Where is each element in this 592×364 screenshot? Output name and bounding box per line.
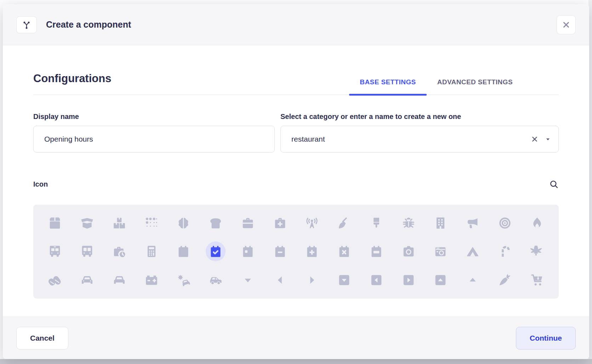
icon-car-crash[interactable] xyxy=(173,270,193,290)
modal-footer: Cancel Continue xyxy=(3,317,589,359)
bug-icon xyxy=(402,216,415,230)
icon-bullhorn[interactable] xyxy=(463,213,483,233)
bus-alt-icon xyxy=(80,245,94,258)
icon-calendar-plus[interactable] xyxy=(302,241,322,261)
icon-caret-down[interactable] xyxy=(238,270,258,290)
brush-icon xyxy=(370,216,383,230)
icon-car-battery[interactable] xyxy=(142,270,161,290)
icon-calendar-times[interactable] xyxy=(334,241,354,261)
icon-campground[interactable] xyxy=(463,241,483,261)
settings-tabs: BASE SETTINGS ADVANCED SETTINGS xyxy=(349,78,523,95)
car-crash-icon xyxy=(177,273,190,287)
icon-brain[interactable] xyxy=(173,213,193,233)
boxes-icon xyxy=(113,216,126,230)
box-open-icon xyxy=(80,216,94,230)
cancel-button[interactable]: Cancel xyxy=(16,327,68,349)
icon-briefcase[interactable] xyxy=(238,213,258,233)
briefcase-icon xyxy=(241,216,255,230)
icon-caret-square-right[interactable] xyxy=(399,270,419,290)
cannabis-icon xyxy=(530,245,544,258)
icon-calendar[interactable] xyxy=(173,241,193,261)
car-battery-icon xyxy=(145,273,158,287)
tab-advanced-settings[interactable]: ADVANCED SETTINGS xyxy=(427,78,523,95)
cart-arrow-down-icon xyxy=(530,273,544,287)
icon-picker-section: Icon xyxy=(33,180,559,298)
category-combobox-input[interactable] xyxy=(280,126,559,153)
caret-up-icon xyxy=(466,273,479,287)
continue-button[interactable]: Continue xyxy=(516,327,576,349)
icon-calendar-minus[interactable] xyxy=(270,241,290,261)
bus-icon xyxy=(48,245,62,258)
icon-brush[interactable] xyxy=(366,213,386,233)
icon-carrot[interactable] xyxy=(495,270,515,290)
tab-base-settings[interactable]: BASE SETTINGS xyxy=(349,78,426,95)
caret-left-icon xyxy=(273,273,287,287)
caret-down-icon[interactable] xyxy=(545,136,551,142)
close-icon xyxy=(561,20,571,30)
icon-grid xyxy=(33,205,559,298)
camera-icon xyxy=(402,245,415,258)
braille-icon xyxy=(145,216,158,230)
icon-calendar-check[interactable] xyxy=(206,241,226,261)
icon-boxes[interactable] xyxy=(109,213,129,233)
capsules-icon xyxy=(48,273,62,287)
calculator-icon xyxy=(145,245,158,258)
icon-business-time[interactable] xyxy=(109,241,129,261)
calendar-check-icon xyxy=(209,245,222,258)
display-name-field: Display name xyxy=(33,113,275,153)
candy-cane-icon xyxy=(498,245,512,258)
icon-cart-arrow-down[interactable] xyxy=(527,270,547,290)
icon-caret-square-up[interactable] xyxy=(431,270,450,290)
icon-bus[interactable] xyxy=(45,241,65,261)
broadcast-tower-icon xyxy=(305,216,319,230)
icon-car-alt[interactable] xyxy=(109,270,129,290)
icon-caret-up[interactable] xyxy=(463,270,483,290)
icon-car-side[interactable] xyxy=(206,270,226,290)
clear-x-icon[interactable] xyxy=(530,135,539,144)
icon-box-open[interactable] xyxy=(77,213,97,233)
close-button[interactable] xyxy=(557,15,576,34)
icon-car[interactable] xyxy=(77,270,97,290)
caret-square-left-icon xyxy=(370,273,383,287)
caret-right-icon xyxy=(305,273,319,287)
bread-slice-icon xyxy=(209,216,222,230)
display-name-input[interactable] xyxy=(33,126,275,153)
icon-bug[interactable] xyxy=(399,213,419,233)
search-icon[interactable] xyxy=(549,180,559,189)
car-icon xyxy=(80,273,94,287)
icon-caret-square-left[interactable] xyxy=(366,270,386,290)
icon-caret-left[interactable] xyxy=(270,270,290,290)
icon-burn[interactable] xyxy=(527,213,547,233)
bullseye-icon xyxy=(498,216,512,230)
component-share-icon xyxy=(16,16,37,33)
icon-caret-square-down[interactable] xyxy=(334,270,354,290)
icon-calendar-week[interactable] xyxy=(366,241,386,261)
icon-box[interactable] xyxy=(45,213,65,233)
icon-candy-cane[interactable] xyxy=(495,241,515,261)
icon-bus-alt[interactable] xyxy=(77,241,97,261)
icon-broadcast-tower[interactable] xyxy=(302,213,322,233)
icon-building[interactable] xyxy=(431,213,450,233)
icon-braille[interactable] xyxy=(142,213,161,233)
icon-capsules[interactable] xyxy=(45,270,65,290)
icon-bullseye[interactable] xyxy=(495,213,515,233)
box-icon xyxy=(48,216,62,230)
icon-label-row: Icon xyxy=(33,180,559,189)
caret-square-down-icon xyxy=(337,273,351,287)
icon-calendar-day[interactable] xyxy=(238,241,258,261)
calendar-icon xyxy=(177,245,190,258)
briefcase-medical-icon xyxy=(273,216,287,230)
icon-briefcase-medical[interactable] xyxy=(270,213,290,233)
category-label: Select a category or enter a name to cre… xyxy=(280,113,559,121)
icon-broom[interactable] xyxy=(334,213,354,233)
form-row: Display name Select a category or enter … xyxy=(33,113,559,153)
icon-caret-right[interactable] xyxy=(302,270,322,290)
page-backdrop-bottom xyxy=(0,359,592,364)
icon-cannabis[interactable] xyxy=(527,241,547,261)
modal-header: Create a component xyxy=(3,4,589,45)
icon-camera-retro[interactable] xyxy=(431,241,450,261)
icon-camera[interactable] xyxy=(399,241,419,261)
icon-calculator[interactable] xyxy=(142,241,161,261)
icon-bread-slice[interactable] xyxy=(206,213,226,233)
burn-icon xyxy=(530,216,544,230)
